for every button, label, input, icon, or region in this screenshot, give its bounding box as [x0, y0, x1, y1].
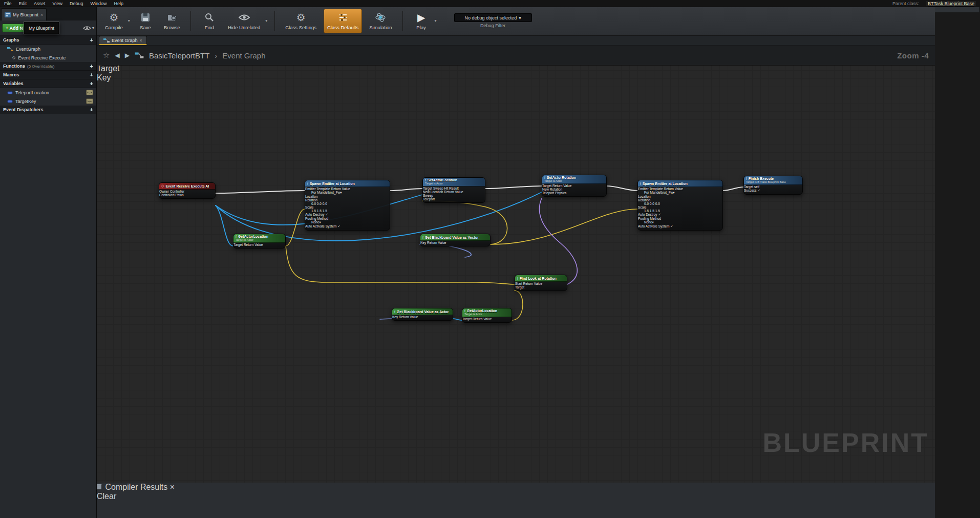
pin-label: Controlled Pawn	[159, 193, 184, 197]
success-checkbox[interactable]: ✓	[757, 189, 760, 192]
scale-z-field[interactable]: 1.5	[655, 209, 660, 213]
graph-canvas[interactable]: ☆ ◀ ▶ BasicTeleportBTT › Event Graph Zoo…	[97, 46, 935, 483]
back-arrow-icon[interactable]: ◀	[115, 52, 119, 59]
menu-asset[interactable]: Asset	[34, 1, 46, 6]
add-graph-button[interactable]: +	[90, 37, 93, 43]
node-setactorlocation[interactable]: f SetActorLocation Target is Actor Targe…	[422, 177, 485, 203]
menu-window[interactable]: Window	[90, 1, 106, 6]
add-macro-button[interactable]: +	[90, 72, 93, 78]
simulation-button[interactable]: Simulation	[366, 9, 395, 33]
node-getactorlocation-2[interactable]: f GetActorLocation Target is Actor Targe…	[462, 308, 512, 323]
rotation-x-field[interactable]: 0.0	[311, 202, 316, 205]
breadcrumb-current: Event Graph	[222, 51, 265, 60]
hide-unrelated-button[interactable]: Hide Unrelated	[225, 9, 263, 33]
emitter-template-dropdown[interactable]: For Mandelbrot_Fw▾	[311, 191, 342, 194]
tab-event-graph[interactable]: Event Graph ×	[99, 36, 147, 45]
auto-destroy-checkbox[interactable]: ✓	[325, 213, 328, 216]
sidebar-item-targetkey[interactable]: TargetKey	[0, 97, 96, 106]
toolbar-separator	[190, 11, 191, 31]
play-button[interactable]: ▶ Play	[410, 9, 433, 33]
teleportlocation-label: TeleportLocation	[15, 90, 49, 95]
save-button[interactable]: Save	[134, 9, 157, 33]
play-icon: ▶	[417, 11, 425, 24]
function-icon: f	[640, 182, 641, 185]
add-new-button[interactable]: + Add N	[2, 24, 27, 32]
find-button[interactable]: Find	[198, 9, 221, 33]
target-self-field[interactable]: self	[754, 185, 759, 189]
macros-section-header[interactable]: Macros +	[0, 71, 96, 79]
add-variable-button[interactable]: +	[90, 80, 93, 87]
compile-options-caret[interactable]: ▾	[128, 18, 130, 23]
dispatchers-section-header[interactable]: Event Dispatchers +	[0, 106, 96, 114]
close-icon[interactable]: ×	[40, 12, 43, 17]
class-settings-button[interactable]: ⚙ Class Settings	[282, 9, 319, 33]
tab-compiler-results[interactable]: Compiler Results ×	[97, 483, 935, 492]
auto-destroy-checkbox[interactable]: ✓	[658, 213, 661, 216]
variable-visibility-toggle[interactable]	[86, 98, 93, 104]
scale-x-field[interactable]: 1.5	[644, 209, 649, 213]
scale-y-field[interactable]: 1.5	[650, 209, 654, 213]
pin-label: Owner Controller	[159, 190, 184, 193]
eventgraph-label: EventGraph	[16, 47, 40, 52]
sidebar-item-teleportlocation[interactable]: TeleportLocation	[0, 88, 96, 97]
variable-visibility-toggle[interactable]	[86, 90, 93, 95]
menu-view[interactable]: View	[53, 1, 62, 6]
add-function-button[interactable]: +	[90, 63, 93, 69]
macros-label: Macros	[3, 72, 19, 77]
parent-class-link[interactable]: BTTask Blueprint Base	[926, 1, 976, 6]
function-icon: f	[746, 177, 747, 180]
exec-wire	[216, 191, 305, 193]
pooling-method-dropdown[interactable]: None▾	[311, 220, 321, 224]
node-get-blackboard-value-as-vector[interactable]: f Get Blackboard Value as Vector Key Ret…	[420, 234, 491, 246]
close-icon[interactable]: ×	[140, 38, 142, 43]
play-options-caret[interactable]: ▾	[435, 18, 437, 23]
auto-activate-checkbox[interactable]: ✓	[670, 224, 673, 228]
node-spawn-emitter-2[interactable]: f Spawn Emitter at Location Emitter Temp…	[637, 180, 723, 231]
view-options-button[interactable]: ▾	[83, 26, 94, 31]
browse-button[interactable]: Browse	[161, 9, 183, 33]
variables-section-header[interactable]: Variables +	[0, 79, 96, 88]
scale-y-field[interactable]: 1.5	[317, 209, 322, 213]
close-icon[interactable]: ×	[170, 483, 175, 491]
node-find-look-at-rotation[interactable]: f Find Look at Rotation Start Return Val…	[515, 275, 567, 291]
class-defaults-button[interactable]: Class Defaults	[324, 9, 362, 33]
menu-help[interactable]: Help	[114, 1, 123, 6]
compiler-results-icon	[97, 484, 103, 490]
pin-label: New Rotation	[542, 188, 562, 191]
rotation-z-field[interactable]: 0.0	[655, 202, 660, 205]
rotation-x-field[interactable]: 0.0	[644, 202, 649, 205]
menu-file[interactable]: File	[4, 1, 12, 6]
rotation-y-field[interactable]: 0.0	[650, 202, 654, 205]
pooling-method-dropdown[interactable]: None▾	[644, 220, 654, 224]
menu-debug[interactable]: Debug	[70, 1, 83, 6]
sidebar-item-eventgraph[interactable]: EventGraph	[0, 45, 96, 53]
pin-label: Scale	[638, 205, 646, 209]
clear-button[interactable]: Clear	[97, 492, 116, 501]
pin-label: Key	[392, 315, 398, 319]
auto-activate-checkbox[interactable]: ✓	[337, 224, 340, 228]
forward-arrow-icon[interactable]: ▶	[125, 52, 130, 59]
scale-x-field[interactable]: 1.5	[311, 209, 316, 213]
rotation-z-field[interactable]: 0.0	[323, 202, 327, 205]
node-spawn-emitter-1[interactable]: f Spawn Emitter at Location Emitter Temp…	[305, 180, 390, 231]
emitter-template-dropdown[interactable]: For Mandelbrot_Fw▾	[644, 191, 675, 194]
sidebar-item-event-receive-execute[interactable]: ◇ Event Receive Execute	[0, 53, 96, 62]
compile-button[interactable]: ⚙ Compile	[102, 9, 126, 33]
node-setactorrotation[interactable]: f SetActorRotation Target is Actor Targe…	[542, 175, 607, 197]
node-finish-execute[interactable]: f Finish Execute Target is BTTask Bluepr…	[743, 176, 803, 195]
scale-z-field[interactable]: 1.5	[323, 209, 327, 213]
rotation-y-field[interactable]: 0.0	[317, 202, 322, 205]
node-event-receive-execute-ai[interactable]: ◇ Event Receive Execute AI Owner Control…	[159, 182, 216, 199]
debug-object-dropdown[interactable]: No debug object selected ▾	[454, 13, 532, 22]
tab-my-blueprint[interactable]: My Blueprint ×	[1, 8, 47, 20]
breadcrumb-root[interactable]: BasicTeleportBTT	[149, 51, 209, 60]
node-get-blackboard-value-as-actor[interactable]: f Get Blackboard Value as Actor Key Retu…	[392, 308, 453, 321]
simulation-label: Simulation	[369, 25, 392, 30]
functions-section-header[interactable]: Functions (5 Overridable) +	[0, 62, 96, 71]
menu-edit[interactable]: Edit	[19, 1, 27, 6]
favorite-star-icon[interactable]: ☆	[103, 51, 110, 60]
graphs-section-header[interactable]: Graphs +	[0, 36, 96, 45]
node-getactorlocation-1[interactable]: f GetActorLocation Target is Actor Targe…	[233, 234, 286, 248]
add-dispatcher-button[interactable]: +	[90, 107, 93, 113]
hide-unrelated-caret[interactable]: ▾	[265, 18, 267, 23]
